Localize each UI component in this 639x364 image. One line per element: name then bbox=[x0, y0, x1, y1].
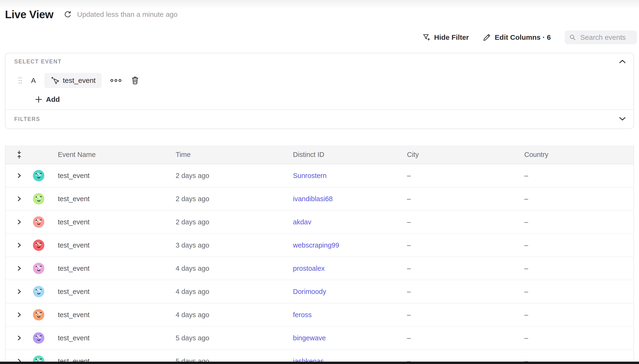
time-cell: 5 days ago bbox=[176, 357, 209, 362]
drag-handle[interactable] bbox=[18, 77, 22, 84]
expand-row-button[interactable] bbox=[17, 289, 21, 294]
expand-filters-button[interactable] bbox=[619, 117, 626, 122]
expand-row-button[interactable] bbox=[17, 242, 21, 248]
table-row[interactable]: test_event 5 days ago bingewave – – bbox=[6, 326, 633, 350]
country-cell: – bbox=[524, 264, 528, 272]
column-header-country[interactable]: Country bbox=[524, 151, 633, 158]
distinct-id-link[interactable]: Dorimoody bbox=[293, 288, 326, 296]
plus-icon bbox=[35, 96, 42, 103]
event-name-cell: test_event bbox=[58, 357, 90, 362]
refresh-button[interactable] bbox=[64, 10, 72, 18]
delete-event-button[interactable] bbox=[131, 76, 139, 85]
add-button-label: Add bbox=[46, 96, 60, 104]
trash-icon bbox=[131, 76, 139, 85]
city-cell: – bbox=[407, 357, 411, 362]
hide-filter-label: Hide Filter bbox=[434, 33, 469, 42]
event-name-cell: test_event bbox=[58, 311, 90, 319]
add-event-button[interactable]: Add bbox=[35, 96, 60, 104]
expand-row-button[interactable] bbox=[17, 358, 21, 362]
collapse-all-rows-button[interactable] bbox=[16, 150, 23, 159]
refresh-icon bbox=[64, 10, 72, 18]
column-header-distinct-id[interactable]: Distinct ID bbox=[293, 151, 407, 158]
toolbar: Hide Filter Edit Columns · 6 bbox=[422, 30, 637, 44]
table-row[interactable]: test_event 2 days ago ivandiblasi68 – – bbox=[6, 188, 633, 211]
time-cell: 5 days ago bbox=[176, 334, 209, 342]
top-fade bbox=[0, 0, 639, 9]
country-cell: – bbox=[524, 311, 528, 319]
chevron-right-icon bbox=[17, 289, 21, 294]
user-avatar bbox=[33, 332, 44, 344]
expand-row-button[interactable] bbox=[17, 173, 21, 178]
distinct-id-link[interactable]: feross bbox=[293, 311, 312, 319]
chevron-right-icon bbox=[17, 358, 21, 362]
expand-row-button[interactable] bbox=[17, 196, 21, 202]
user-avatar bbox=[33, 193, 44, 204]
event-name-cell: test_event bbox=[58, 218, 90, 226]
time-cell: 2 days ago bbox=[176, 172, 209, 180]
city-cell: – bbox=[407, 218, 411, 226]
chevron-right-icon bbox=[17, 196, 21, 202]
user-avatar bbox=[33, 286, 44, 297]
user-avatar bbox=[33, 216, 44, 228]
expand-row-button[interactable] bbox=[17, 219, 21, 225]
chevron-right-icon bbox=[17, 312, 21, 318]
country-cell: – bbox=[524, 172, 528, 180]
event-name-cell: test_event bbox=[58, 334, 90, 342]
drag-handle-icon bbox=[18, 77, 22, 84]
distinct-id-link[interactable]: akdav bbox=[293, 218, 311, 226]
user-avatar bbox=[33, 240, 44, 251]
distinct-id-link[interactable]: ivandiblasi68 bbox=[293, 195, 333, 203]
time-cell: 4 days ago bbox=[176, 264, 209, 272]
city-cell: – bbox=[407, 242, 411, 249]
table-row[interactable]: test_event 2 days ago akdav – – bbox=[6, 211, 633, 234]
country-cell: – bbox=[524, 334, 528, 342]
time-cell: 4 days ago bbox=[176, 288, 209, 296]
column-header-city[interactable]: City bbox=[407, 151, 524, 158]
updated-status: Updated less than a minute ago bbox=[77, 10, 177, 18]
expand-row-button[interactable] bbox=[17, 312, 21, 318]
table-row[interactable]: test_event 2 days ago Sunrostern – – bbox=[6, 164, 633, 188]
table-body: test_event 2 days ago Sunrostern – – bbox=[6, 164, 633, 362]
table-row[interactable]: test_event 4 days ago prostoalex – – bbox=[6, 257, 633, 280]
table-header: Event Name Time Distinct ID City Country bbox=[6, 145, 633, 164]
event-name-cell: test_event bbox=[58, 264, 90, 272]
distinct-id-link[interactable]: bingewave bbox=[293, 334, 326, 342]
expand-row-button[interactable] bbox=[17, 335, 21, 341]
table-row[interactable]: test_event 5 days ago jashkenas – – bbox=[6, 350, 633, 362]
overflow-dots-icon bbox=[110, 78, 122, 83]
time-cell: 4 days ago bbox=[176, 311, 209, 319]
overflow-menu-button[interactable] bbox=[110, 78, 122, 83]
hide-filter-button[interactable]: Hide Filter bbox=[422, 33, 469, 42]
distinct-id-link[interactable]: Sunrostern bbox=[293, 172, 327, 180]
clause-letter: A bbox=[31, 76, 36, 84]
city-cell: – bbox=[407, 264, 411, 272]
table-row[interactable]: test_event 4 days ago Dorimoody – – bbox=[6, 280, 633, 304]
cursor-click-icon bbox=[51, 76, 60, 85]
country-cell: – bbox=[524, 218, 528, 226]
expand-row-button[interactable] bbox=[17, 266, 21, 271]
user-avatar bbox=[33, 309, 44, 320]
collapse-select-event-button[interactable] bbox=[619, 60, 626, 64]
page-title: Live View bbox=[5, 8, 53, 21]
column-header-time[interactable]: Time bbox=[176, 151, 293, 158]
pencil-icon bbox=[483, 33, 491, 42]
event-name-cell: test_event bbox=[58, 288, 90, 296]
search-icon bbox=[569, 33, 576, 42]
search-box[interactable] bbox=[565, 30, 637, 44]
time-cell: 3 days ago bbox=[176, 242, 209, 249]
table-row[interactable]: test_event 4 days ago feross – – bbox=[6, 304, 633, 326]
page-header: Live View Updated less than a minute ago bbox=[5, 8, 177, 21]
chevron-right-icon bbox=[17, 266, 21, 271]
table-row[interactable]: test_event 3 days ago webscraping99 – – bbox=[6, 234, 633, 257]
column-header-event-name[interactable]: Event Name bbox=[58, 151, 176, 158]
user-avatar bbox=[33, 356, 44, 362]
event-select-pill[interactable]: test_event bbox=[44, 73, 102, 88]
event-clause-row: A test_event bbox=[18, 73, 139, 88]
distinct-id-link[interactable]: jashkenas bbox=[293, 357, 324, 362]
distinct-id-link[interactable]: webscraping99 bbox=[293, 242, 339, 249]
search-input[interactable] bbox=[580, 33, 632, 42]
filters-section[interactable]: FILTERS bbox=[6, 110, 633, 128]
query-builder-panel: SELECT EVENT A test_event bbox=[5, 53, 634, 129]
distinct-id-link[interactable]: prostoalex bbox=[293, 264, 325, 272]
edit-columns-button[interactable]: Edit Columns · 6 bbox=[483, 33, 551, 42]
